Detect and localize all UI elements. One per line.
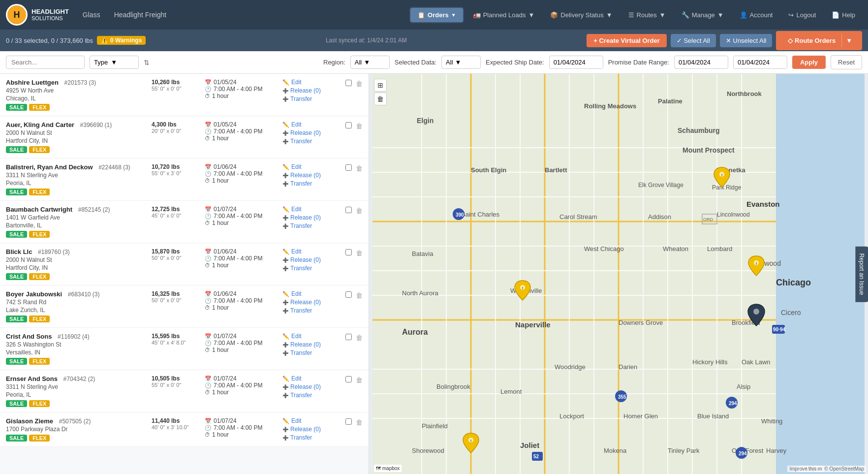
edit-link[interactable]: Edit <box>282 79 341 86</box>
logo[interactable]: H HEADLIGHT SOLUTIONS <box>6 4 69 26</box>
edit-link[interactable]: Edit <box>282 333 341 340</box>
order-row[interactable]: Baumbach Cartwright #852145 (2) 1401 W G… <box>0 201 369 243</box>
order-schedule: 01/07/24 7:00 AM - 4:00 PM 1 hour <box>205 375 279 396</box>
promise-range-label: Promise Date Range: <box>608 59 669 66</box>
release-link[interactable]: Release (0) <box>282 87 341 94</box>
routes-caret: ▼ <box>659 11 666 19</box>
nav-routes[interactable]: ☰ Routes ▼ <box>621 8 673 22</box>
edit-link[interactable]: Edit <box>282 290 341 297</box>
transfer-link[interactable]: Transfer <box>282 349 341 356</box>
tag-sale: SALE <box>6 273 27 280</box>
order-hour: 1 hour <box>205 431 279 438</box>
route-orders-button[interactable]: ◇ Route Orders ▼ <box>776 31 862 50</box>
order-checkbox[interactable] <box>345 249 352 255</box>
nav-planned-loads[interactable]: 🚛 Planned Loads ▼ <box>466 8 542 22</box>
plus-icon-2 <box>282 222 288 229</box>
promise-date-from-input[interactable] <box>674 56 728 69</box>
order-checkbox[interactable] <box>345 376 352 382</box>
release-link[interactable]: Release (0) <box>282 426 341 433</box>
sort-icon[interactable]: ⇅ <box>144 59 150 66</box>
release-link[interactable]: Release (0) <box>282 172 341 179</box>
order-checkbox[interactable] <box>345 334 352 340</box>
transfer-link[interactable]: Transfer <box>282 138 341 145</box>
promise-date-to-input[interactable] <box>733 56 787 69</box>
order-checkbox[interactable] <box>345 418 352 425</box>
nav-headlight-freight[interactable]: Headlight Freight <box>108 7 173 23</box>
clock-icon <box>205 128 212 135</box>
transfer-link[interactable]: Transfer <box>282 95 341 102</box>
transfer-link[interactable]: Transfer <box>282 222 341 229</box>
delete-icon[interactable]: 🗑 <box>356 164 363 172</box>
type-select[interactable]: Type ▼ <box>90 56 139 69</box>
order-hour: 1 hour <box>205 389 279 396</box>
order-row[interactable]: Blick Llc #189760 (3) 2000 N Walnut St H… <box>0 243 369 285</box>
nav-orders-btn[interactable]: 📋 Orders ▼ <box>410 8 463 22</box>
order-hour: 1 hour <box>205 220 279 226</box>
release-link[interactable]: Release (0) <box>282 129 341 136</box>
map-improve-link[interactable]: Improve this m <box>787 466 824 472</box>
nav-glass[interactable]: Glass <box>77 7 106 23</box>
timer-icon <box>205 304 210 311</box>
order-row[interactable]: Boyer Jakubowski #683410 (3) 742 S Rand … <box>0 285 369 328</box>
transfer-link[interactable]: Transfer <box>282 307 341 314</box>
release-link[interactable]: Release (0) <box>282 256 341 263</box>
delete-icon[interactable]: 🗑 <box>356 122 363 130</box>
edit-link[interactable]: Edit <box>282 248 341 255</box>
edit-link[interactable]: Edit <box>282 375 341 382</box>
order-row[interactable]: Gislason Zieme #507505 (2) 1700 Parkway … <box>0 412 369 447</box>
nav-account[interactable]: 👤 Account <box>733 8 780 22</box>
svg-text:Lockport: Lockport <box>559 412 584 420</box>
delete-icon[interactable]: 🗑 <box>356 291 363 299</box>
delete-icon[interactable]: 🗑 <box>356 207 363 215</box>
region-select[interactable]: All ▼ <box>350 56 390 69</box>
transfer-link[interactable]: Transfer <box>282 434 341 441</box>
report-issue-button[interactable]: Report an Issue <box>856 246 868 302</box>
reset-button[interactable]: Reset <box>831 55 862 69</box>
nav-logout[interactable]: ↪ Logout <box>781 8 823 22</box>
release-link[interactable]: Release (0) <box>282 214 341 221</box>
order-row[interactable]: Balistreri, Ryan And Deckow #224468 (3) … <box>0 158 369 201</box>
delete-icon[interactable]: 🗑 <box>356 418 363 426</box>
edit-link[interactable]: Edit <box>282 163 341 170</box>
unselect-all-button[interactable]: ✕ Unselect All <box>720 34 773 47</box>
order-row[interactable]: Ernser And Sons #704342 (2) 3311 N Sterl… <box>0 370 369 412</box>
create-virtual-order-button[interactable]: + Create Virtual Order <box>587 34 667 47</box>
plus-icon <box>282 426 288 433</box>
order-row[interactable]: Crist And Sons #116902 (4) 326 S Washing… <box>0 328 369 370</box>
delete-icon[interactable]: 🗑 <box>356 80 363 88</box>
selected-data-select[interactable]: All ▼ <box>441 56 481 69</box>
transfer-link[interactable]: Transfer <box>282 392 341 399</box>
map-delete-icon[interactable]: 🗑 <box>374 93 387 105</box>
edit-link[interactable]: Edit <box>282 206 341 213</box>
route-orders-caret[interactable]: ▼ <box>841 34 856 47</box>
svg-text:Woodridge: Woodridge <box>555 363 586 371</box>
delete-icon[interactable]: 🗑 <box>356 376 363 384</box>
nav-manage[interactable]: 🔧 Manage ▼ <box>675 8 731 22</box>
map-box-icon[interactable]: ⊞ <box>374 79 387 92</box>
delete-icon[interactable]: 🗑 <box>356 249 363 257</box>
order-row[interactable]: Auer, Kling And Carter #396690 (1) 2000 … <box>0 116 369 158</box>
transfer-link[interactable]: Transfer <box>282 180 341 187</box>
order-checkbox[interactable] <box>345 122 352 128</box>
search-input[interactable] <box>6 56 85 69</box>
delete-icon[interactable]: 🗑 <box>356 334 363 342</box>
edit-link[interactable]: Edit <box>282 121 341 128</box>
order-checkbox[interactable] <box>345 291 352 298</box>
nav-delivery-status[interactable]: 📦 Delivery Status ▼ <box>543 8 619 22</box>
order-row[interactable]: Abshire Luettgen #201573 (3) 4925 W Nort… <box>0 74 369 116</box>
order-checkbox[interactable] <box>345 164 352 171</box>
release-link[interactable]: Release (0) <box>282 341 341 348</box>
release-link[interactable]: Release (0) <box>282 299 341 306</box>
order-checkbox[interactable] <box>345 207 352 213</box>
edit-link[interactable]: Edit <box>282 417 341 424</box>
order-checkbox[interactable] <box>345 80 352 86</box>
transfer-link[interactable]: Transfer <box>282 265 341 272</box>
apply-button[interactable]: Apply <box>792 56 826 69</box>
ship-date-input[interactable] <box>549 56 603 69</box>
svg-text:Blue Island: Blue Island <box>697 412 729 420</box>
select-all-button[interactable]: ✓ Select All <box>671 34 716 47</box>
order-weight: 12,725 lbs <box>152 206 201 213</box>
release-link[interactable]: Release (0) <box>282 383 341 390</box>
svg-text:90·94: 90·94 <box>773 327 785 332</box>
nav-help[interactable]: 📄 Help <box>825 8 862 22</box>
